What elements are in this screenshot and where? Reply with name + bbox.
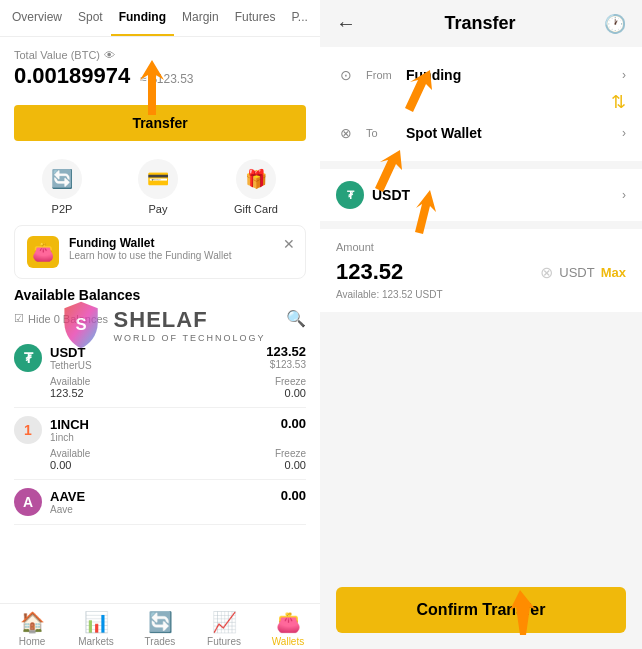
p2p-action[interactable]: 🔄 P2P [42, 159, 82, 215]
from-value: Funding [406, 67, 612, 83]
pay-icon: 💳 [138, 159, 178, 199]
nav-markets-label: Markets [78, 636, 114, 647]
coin-amount: 123.52 [266, 344, 306, 359]
futures-icon: 📈 [212, 610, 237, 634]
hide-balances-check[interactable]: ☑ [14, 312, 24, 325]
nav-wallets[interactable]: 👛 Wallets [256, 610, 320, 647]
coin-symbol: USDT [50, 345, 92, 360]
balances-title: Available Balances [14, 287, 306, 303]
wallets-icon: 👛 [276, 610, 301, 634]
history-icon[interactable]: 🕐 [604, 13, 626, 35]
p2p-icon: 🔄 [42, 159, 82, 199]
coin-amount: 0.00 [281, 416, 306, 431]
left-panel: Overview Spot Funding Margin Futures P..… [0, 0, 320, 649]
nav-wallets-label: Wallets [272, 636, 304, 647]
to-row[interactable]: ⊗ To Spot Wallet › [336, 117, 626, 149]
to-chevron: › [622, 126, 626, 140]
clear-icon[interactable]: ⊗ [540, 263, 553, 282]
usdt-icon: ₮ [14, 344, 42, 372]
list-item[interactable]: 1 1INCH 1inch 0.00 Available 0.00 Freeze [14, 408, 306, 480]
wallet-label: Total Value (BTC) 👁 [14, 49, 306, 61]
back-button[interactable]: ← [336, 12, 356, 35]
from-icon: ⊙ [336, 67, 356, 83]
quick-actions: 🔄 P2P 💳 Pay 🎁 Gift Card [0, 149, 320, 225]
amount-section: Amount 123.52 ⊗ USDT Max Available: 123.… [320, 229, 642, 312]
to-icon: ⊗ [336, 125, 356, 141]
pay-action[interactable]: 💳 Pay [138, 159, 178, 215]
home-icon: 🏠 [20, 610, 45, 634]
from-row[interactable]: ⊙ From Funding › [336, 59, 626, 91]
wallet-btc-value: 0.00189974 [14, 63, 130, 89]
tooltip-close-button[interactable]: ✕ [283, 236, 295, 252]
hide-balances-label: Hide 0 Balances [28, 313, 108, 325]
coin-amount: 0.00 [281, 488, 306, 503]
giftcard-action[interactable]: 🎁 Gift Card [234, 159, 278, 215]
selected-coin-name: USDT [372, 187, 410, 203]
list-item[interactable]: A AAVE Aave 0.00 [14, 480, 306, 525]
wallet-tooltip-icon: 👛 [27, 236, 59, 268]
amount-label: Amount [336, 241, 626, 253]
tooltip-desc: Learn how to use the Funding Wallet [69, 250, 232, 261]
giftcard-icon: 🎁 [236, 159, 276, 199]
to-value: Spot Wallet [406, 125, 612, 141]
swap-icon[interactable]: ⇅ [611, 91, 626, 113]
aave-icon: A [14, 488, 42, 516]
right-header: ← Transfer 🕐 [320, 0, 642, 47]
coin-symbol: AAVE [50, 489, 85, 504]
tab-futures[interactable]: Futures [227, 0, 284, 36]
p2p-label: P2P [52, 203, 73, 215]
funding-wallet-tooltip: 👛 Funding Wallet Learn how to use the Fu… [14, 225, 306, 279]
nav-home[interactable]: 🏠 Home [0, 610, 64, 647]
tab-overview[interactable]: Overview [4, 0, 70, 36]
search-icon[interactable]: 🔍 [286, 309, 306, 328]
nav-trades[interactable]: 🔄 Trades [128, 610, 192, 647]
tab-more[interactable]: P... [283, 0, 315, 36]
trades-icon: 🔄 [148, 610, 173, 634]
coin-fullname: TetherUS [50, 360, 92, 371]
eye-icon[interactable]: 👁 [104, 49, 115, 61]
tab-funding[interactable]: Funding [111, 0, 174, 36]
transfer-button[interactable]: Transfer [14, 105, 306, 141]
from-label: From [366, 69, 396, 81]
right-panel: ← Transfer 🕐 ⊙ From Funding › ⇅ ⊗ To Spo… [320, 0, 642, 649]
selected-coin-icon: ₮ [336, 181, 364, 209]
nav-tabs: Overview Spot Funding Margin Futures P..… [0, 0, 320, 37]
transfer-form: ⊙ From Funding › ⇅ ⊗ To Spot Wallet › [320, 47, 642, 161]
from-chevron: › [622, 68, 626, 82]
to-label: To [366, 127, 396, 139]
markets-icon: 📊 [84, 610, 109, 634]
amount-input[interactable]: 123.52 [336, 259, 403, 285]
nav-futures[interactable]: 📈 Futures [192, 610, 256, 647]
bottom-nav: 🏠 Home 📊 Markets 🔄 Trades 📈 Futures 👛 Wa… [0, 603, 320, 649]
nav-trades-label: Trades [145, 636, 176, 647]
confirm-transfer-button[interactable]: Confirm Transfer [336, 587, 626, 633]
nav-futures-label: Futures [207, 636, 241, 647]
tab-spot[interactable]: Spot [70, 0, 111, 36]
nav-markets[interactable]: 📊 Markets [64, 610, 128, 647]
wallet-info: Total Value (BTC) 👁 0.00189974 ≈ $123.53 [0, 37, 320, 97]
coin-select-chevron: › [622, 188, 626, 202]
wallet-usd-value: ≈ $123.53 [140, 72, 193, 86]
coin-fullname: 1inch [50, 432, 89, 443]
amount-unit: USDT [559, 265, 594, 280]
1inch-icon: 1 [14, 416, 42, 444]
coin-symbol: 1INCH [50, 417, 89, 432]
coin-select-row[interactable]: ₮ USDT › [320, 169, 642, 221]
confirm-btn-container: Confirm Transfer [320, 575, 642, 649]
max-button[interactable]: Max [601, 265, 626, 280]
coin-usd: $123.53 [266, 359, 306, 370]
giftcard-label: Gift Card [234, 203, 278, 215]
list-item[interactable]: ₮ USDT TetherUS 123.52 $123.53 Available… [14, 336, 306, 408]
available-balance: Available: 123.52 USDT [336, 289, 626, 300]
tab-margin[interactable]: Margin [174, 0, 227, 36]
right-title: Transfer [444, 13, 515, 34]
nav-home-label: Home [19, 636, 46, 647]
tooltip-title: Funding Wallet [69, 236, 232, 250]
balances-section: Available Balances ☑ Hide 0 Balances 🔍 ₮… [0, 287, 320, 603]
coin-fullname: Aave [50, 504, 85, 515]
pay-label: Pay [148, 203, 167, 215]
